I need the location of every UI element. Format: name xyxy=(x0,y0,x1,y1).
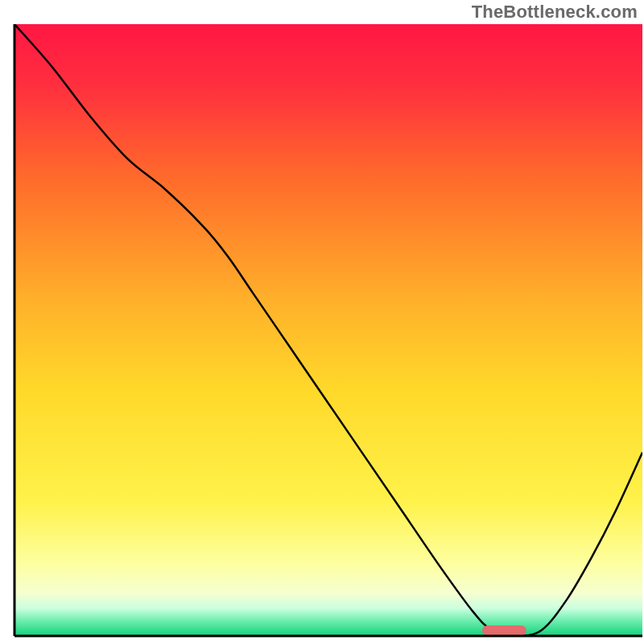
optimal-range-marker xyxy=(482,625,526,635)
plot-area xyxy=(14,24,642,636)
watermark-text: TheBottleneck.com xyxy=(472,2,638,23)
bottleneck-chart xyxy=(0,0,644,644)
chart-container: TheBottleneck.com xyxy=(0,0,644,644)
gradient-background xyxy=(14,24,642,636)
